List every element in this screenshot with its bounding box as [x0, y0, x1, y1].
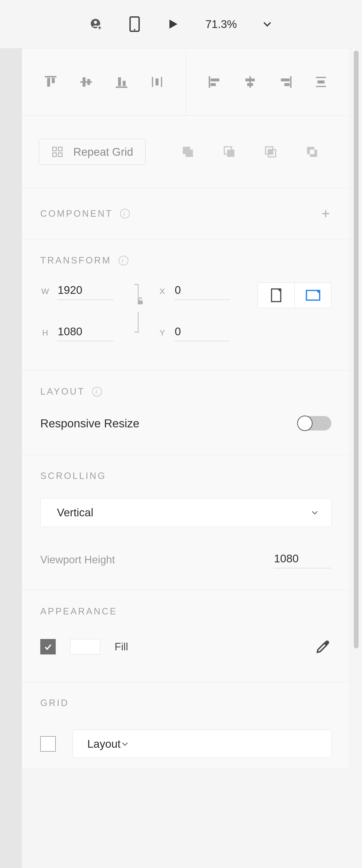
width-input[interactable]: [57, 282, 114, 300]
fill-label: Fill: [115, 641, 128, 653]
viewport-height-label: Viewport Height: [40, 554, 273, 566]
component-title: COMPONENT: [40, 209, 113, 219]
svg-rect-25: [284, 83, 290, 86]
grid-type-select[interactable]: Layout: [72, 730, 331, 758]
chevron-down-icon: [121, 740, 129, 748]
svg-rect-28: [318, 81, 324, 84]
repeat-grid-icon: [51, 146, 64, 158]
repeat-grid-label: Repeat Grid: [73, 145, 133, 158]
distribute-horizontal-button[interactable]: [309, 73, 332, 90]
svg-rect-40: [138, 301, 143, 304]
scrolling-mode-select[interactable]: Vertical: [40, 498, 331, 527]
chevron-down-icon: [262, 19, 272, 29]
svg-rect-32: [58, 153, 62, 156]
svg-rect-24: [281, 79, 290, 82]
svg-rect-39: [268, 150, 273, 154]
repeat-grid-button[interactable]: Repeat Grid: [39, 139, 145, 165]
zoom-value: 71.3%: [206, 18, 237, 31]
align-bottom-button[interactable]: [110, 73, 133, 90]
chevron-down-icon: [310, 508, 319, 517]
svg-point-1: [94, 21, 97, 24]
svg-point-4: [134, 29, 135, 30]
component-panel: COMPONENT i +: [22, 188, 350, 239]
link-dimensions-toggle[interactable]: [133, 288, 143, 336]
orientation-toggle: [258, 282, 331, 308]
info-icon[interactable]: i: [120, 209, 130, 218]
y-label: Y: [157, 328, 167, 337]
svg-rect-7: [52, 78, 55, 83]
device-preview-icon[interactable]: [129, 16, 140, 32]
grid-title: GRID: [40, 698, 69, 708]
height-input[interactable]: [57, 324, 114, 341]
svg-rect-12: [118, 78, 121, 86]
svg-rect-6: [47, 78, 50, 87]
orientation-portrait-button[interactable]: [258, 283, 295, 308]
viewport-height-input[interactable]: [273, 551, 331, 568]
svg-rect-22: [247, 83, 253, 86]
scrollbar-thumb[interactable]: [354, 51, 359, 648]
align-center-button[interactable]: [239, 73, 262, 90]
align-top-button[interactable]: [39, 73, 62, 90]
appearance-title: APPEARANCE: [40, 606, 117, 617]
svg-rect-21: [245, 79, 255, 82]
layout-title: LAYOUT: [40, 386, 85, 397]
svg-rect-9: [83, 78, 86, 87]
svg-rect-29: [53, 147, 56, 151]
width-label: W: [40, 287, 50, 296]
svg-rect-30: [58, 147, 62, 151]
check-icon: [43, 642, 53, 652]
svg-rect-10: [87, 79, 90, 85]
grid-panel: GRID Layout: [22, 682, 350, 768]
svg-rect-18: [211, 79, 219, 82]
info-icon[interactable]: i: [92, 387, 102, 397]
add-component-button[interactable]: +: [322, 206, 331, 221]
align-right-button[interactable]: [274, 73, 297, 90]
responsive-resize-toggle[interactable]: [298, 416, 331, 431]
scrolling-title: SCROLLING: [40, 471, 107, 481]
distribute-vertical-button[interactable]: [145, 73, 168, 90]
x-label: X: [157, 287, 167, 296]
x-input[interactable]: [174, 282, 230, 300]
grid-enabled-checkbox[interactable]: [40, 736, 56, 751]
scrolling-panel: SCROLLING Vertical Viewport Height: [22, 455, 350, 590]
boolean-exclude-button[interactable]: [303, 143, 321, 161]
play-preview-icon[interactable]: [167, 18, 179, 30]
orientation-landscape-button[interactable]: [295, 283, 331, 308]
scrolling-mode-value: Vertical: [57, 506, 93, 519]
align-left-button[interactable]: [203, 73, 226, 90]
alignment-panel: [22, 48, 350, 116]
transform-panel: TRANSFORM i W X: [22, 239, 350, 371]
boolean-intersect-button[interactable]: [262, 143, 280, 161]
fill-enabled-checkbox[interactable]: [40, 639, 56, 654]
y-input[interactable]: [174, 324, 230, 341]
svg-rect-13: [123, 81, 126, 86]
eyedropper-button[interactable]: [314, 638, 331, 655]
top-toolbar: 71.3%: [0, 0, 362, 48]
svg-rect-34: [186, 150, 193, 157]
inspector-scrollbar[interactable]: [354, 51, 359, 858]
boolean-subtract-button[interactable]: [220, 143, 238, 161]
svg-rect-36: [227, 150, 234, 157]
canvas-area[interactable]: [0, 48, 22, 868]
align-middle-button[interactable]: [75, 73, 98, 90]
info-icon[interactable]: i: [119, 256, 128, 266]
boolean-union-button[interactable]: [179, 143, 197, 161]
svg-rect-16: [155, 78, 158, 85]
inspector-panel: Repeat Grid COMPONENT i: [22, 48, 362, 868]
repeat-grid-panel: Repeat Grid: [22, 116, 350, 188]
fill-color-swatch[interactable]: [70, 639, 100, 654]
svg-rect-19: [211, 83, 216, 86]
appearance-panel: APPEARANCE Fill: [22, 590, 350, 682]
height-label: H: [40, 328, 50, 337]
zoom-control[interactable]: 71.3%: [206, 18, 272, 31]
responsive-resize-label: Responsive Resize: [40, 417, 298, 430]
grid-type-value: Layout: [87, 737, 121, 750]
layout-panel: LAYOUT i Responsive Resize: [22, 371, 350, 455]
svg-rect-31: [53, 153, 56, 156]
transform-title: TRANSFORM: [40, 255, 112, 266]
invite-user-icon[interactable]: [90, 18, 102, 30]
